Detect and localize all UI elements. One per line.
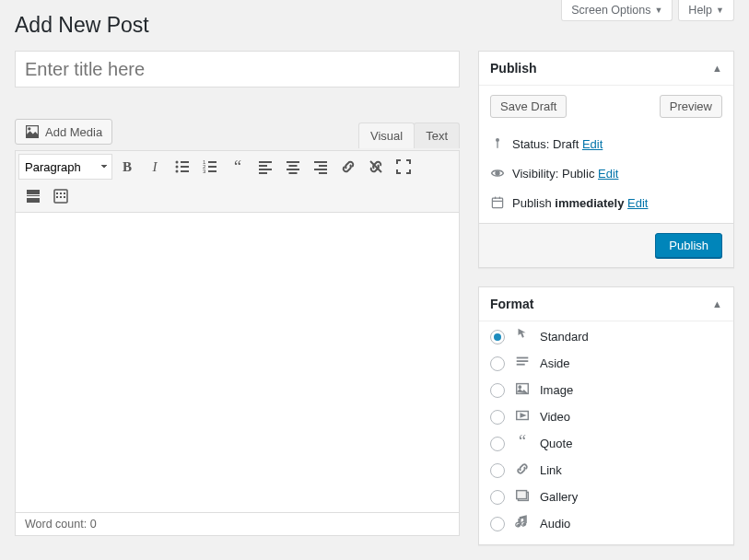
paragraph-select[interactable]: Paragraph xyxy=(18,154,112,180)
bold-button[interactable]: B xyxy=(114,154,140,180)
svg-rect-22 xyxy=(289,165,298,167)
format-option-video[interactable]: Video xyxy=(490,407,722,426)
format-option-link[interactable]: Link xyxy=(490,461,722,480)
svg-rect-37 xyxy=(56,196,58,198)
add-media-button[interactable]: Add Media xyxy=(15,119,112,145)
svg-rect-5 xyxy=(181,161,189,163)
read-more-button[interactable] xyxy=(20,183,46,209)
format-label: Video xyxy=(540,410,570,424)
format-label: Link xyxy=(540,463,562,477)
svg-rect-41 xyxy=(497,142,497,148)
svg-rect-32 xyxy=(27,198,40,203)
svg-rect-7 xyxy=(181,166,189,168)
toolbar-toggle-button[interactable] xyxy=(48,183,74,209)
svg-rect-9 xyxy=(181,170,189,172)
blockquote-button[interactable]: “ xyxy=(225,154,251,180)
chevron-down-icon: ▼ xyxy=(654,6,662,15)
format-option-standard[interactable]: Standard xyxy=(490,327,722,346)
gallery-icon xyxy=(514,487,531,507)
format-label: Aside xyxy=(540,356,570,370)
svg-rect-13 xyxy=(208,166,217,168)
svg-rect-38 xyxy=(60,196,62,198)
format-box-toggle[interactable]: Format ▲ xyxy=(479,287,733,321)
svg-point-4 xyxy=(176,161,179,164)
svg-text:3: 3 xyxy=(203,169,206,174)
format-option-gallery[interactable]: Gallery xyxy=(490,487,722,507)
post-content-editor[interactable] xyxy=(15,213,460,513)
save-draft-button[interactable]: Save Draft xyxy=(490,95,567,118)
numbered-list-button[interactable]: 123 xyxy=(197,154,223,180)
format-label: Standard xyxy=(540,330,589,344)
edit-status-link[interactable]: Edit xyxy=(582,137,603,151)
svg-rect-30 xyxy=(27,190,40,194)
svg-rect-43 xyxy=(492,198,502,207)
screen-options-tab[interactable]: Screen Options▼ xyxy=(561,0,673,21)
visibility-row: Visibility: Public Edit xyxy=(490,158,722,188)
svg-rect-47 xyxy=(517,357,529,359)
media-icon xyxy=(25,124,40,139)
radio-icon xyxy=(490,437,505,451)
publish-button[interactable]: Publish xyxy=(655,233,722,258)
post-title-input[interactable] xyxy=(15,51,460,88)
svg-point-51 xyxy=(519,386,521,388)
unlink-button[interactable] xyxy=(363,154,389,180)
svg-rect-28 xyxy=(319,172,327,174)
edit-visibility-link[interactable]: Edit xyxy=(598,167,618,181)
edit-schedule-link[interactable]: Edit xyxy=(627,196,648,210)
format-label: Quote xyxy=(540,437,572,450)
svg-rect-35 xyxy=(60,192,62,194)
svg-rect-25 xyxy=(314,161,327,163)
svg-rect-19 xyxy=(259,169,272,170)
standard-icon xyxy=(514,327,531,346)
format-label: Image xyxy=(540,383,573,397)
svg-point-6 xyxy=(176,166,179,169)
svg-rect-17 xyxy=(259,161,272,163)
svg-point-42 xyxy=(496,171,499,175)
link-button[interactable] xyxy=(335,154,361,180)
svg-rect-36 xyxy=(64,192,65,194)
svg-rect-15 xyxy=(208,170,217,172)
radio-icon xyxy=(490,410,505,425)
pin-icon xyxy=(490,136,505,151)
collapse-icon: ▲ xyxy=(712,298,722,309)
collapse-icon: ▲ xyxy=(712,63,722,74)
radio-icon xyxy=(490,356,505,371)
word-count: Word count: 0 xyxy=(15,513,460,536)
visual-tab[interactable]: Visual xyxy=(358,122,415,148)
svg-rect-27 xyxy=(314,169,327,170)
svg-point-0 xyxy=(28,127,30,130)
svg-rect-21 xyxy=(287,161,299,163)
text-tab[interactable]: Text xyxy=(414,122,460,148)
format-option-image[interactable]: Image xyxy=(490,380,722,400)
format-label: Audio xyxy=(540,517,570,531)
format-option-audio[interactable]: Audio xyxy=(490,514,722,533)
svg-point-8 xyxy=(176,170,179,173)
help-tab[interactable]: Help▼ xyxy=(678,0,734,21)
svg-text:B: B xyxy=(123,159,132,174)
format-option-aside[interactable]: Aside xyxy=(490,354,722,373)
publish-box: Publish ▲ Save Draft Preview Status: Dra… xyxy=(478,51,734,268)
svg-rect-49 xyxy=(517,364,525,366)
quote-icon: “ xyxy=(514,434,531,453)
preview-button[interactable]: Preview xyxy=(660,95,722,118)
video-icon xyxy=(514,407,531,426)
bullet-list-button[interactable] xyxy=(170,154,195,180)
chevron-down-icon: ▼ xyxy=(716,6,724,15)
svg-text:“: “ xyxy=(234,158,241,176)
radio-icon xyxy=(490,490,505,505)
svg-text:I: I xyxy=(152,159,158,174)
radio-icon xyxy=(490,383,505,398)
publish-box-toggle[interactable]: Publish ▲ xyxy=(479,52,733,86)
align-center-button[interactable] xyxy=(280,154,306,180)
editor-toolbar: Paragraph B I 123 “ xyxy=(15,150,460,213)
svg-point-40 xyxy=(496,138,499,142)
format-option-quote[interactable]: “Quote xyxy=(490,434,722,453)
align-right-button[interactable] xyxy=(308,154,334,180)
align-left-button[interactable] xyxy=(252,154,278,180)
format-box: Format ▲ StandardAsideImageVideo“QuoteLi… xyxy=(478,286,734,545)
svg-rect-24 xyxy=(289,172,298,174)
italic-button[interactable]: I xyxy=(142,154,168,180)
radio-icon xyxy=(490,517,505,531)
fullscreen-button[interactable] xyxy=(391,154,416,180)
status-row: Status: Draft Edit xyxy=(490,129,722,158)
